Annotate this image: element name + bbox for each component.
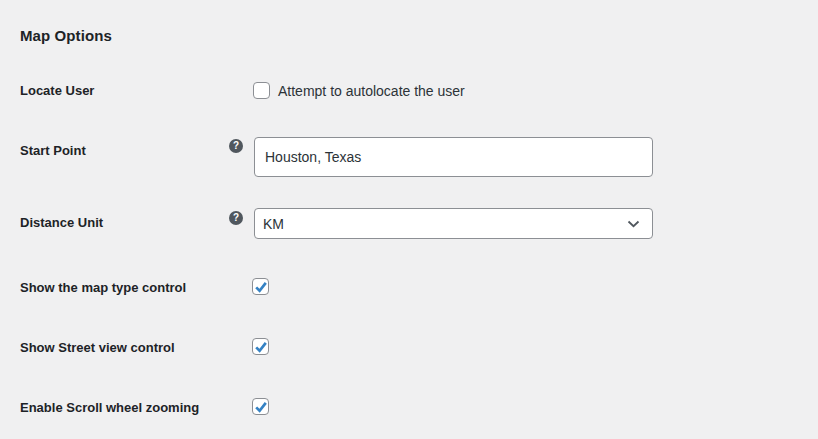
help-icon[interactable]: ? (229, 139, 243, 153)
autolocate-checkbox[interactable] (253, 82, 270, 99)
checkmark-icon (254, 340, 268, 354)
map-type-control-checkbox[interactable] (252, 278, 269, 295)
enable-scroll-wheel-zooming-label: Enable Scroll wheel zooming (20, 400, 199, 415)
distance-unit-label: Distance Unit (20, 215, 103, 230)
show-street-view-control-label: Show Street view control (20, 340, 175, 355)
scroll-wheel-zooming-checkbox[interactable] (252, 398, 269, 415)
start-point-label: Start Point (20, 143, 86, 158)
checkmark-icon (254, 280, 268, 294)
autolocate-checkbox-label[interactable]: Attempt to autolocate the user (278, 83, 465, 99)
checkmark-icon (254, 400, 268, 414)
distance-unit-select[interactable]: KM (254, 208, 653, 239)
start-point-input[interactable] (254, 137, 653, 177)
page-title: Map Options (20, 27, 112, 44)
map-options-panel: Map Options Locate User Attempt to autol… (0, 0, 818, 439)
help-icon[interactable]: ? (229, 211, 243, 225)
locate-user-label: Locate User (20, 83, 94, 98)
street-view-control-checkbox[interactable] (252, 338, 269, 355)
show-map-type-control-label: Show the map type control (20, 280, 186, 295)
